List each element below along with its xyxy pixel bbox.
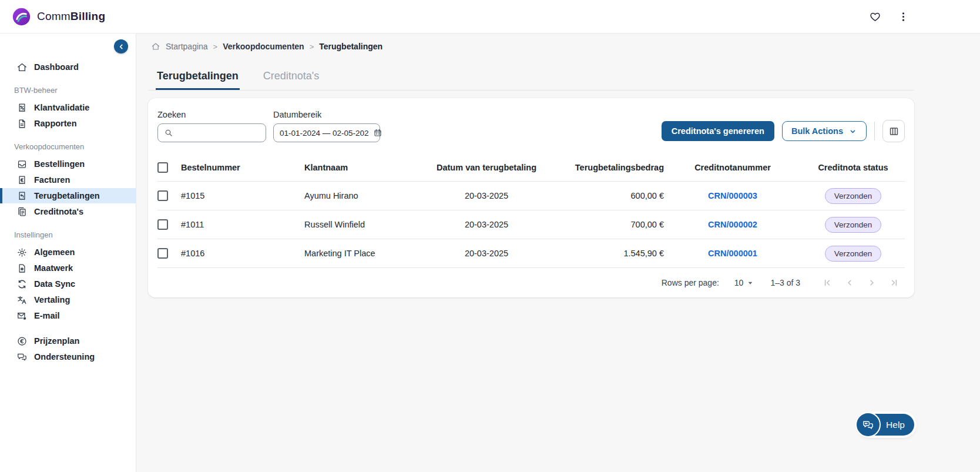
- rows-per-page-select[interactable]: 10: [734, 278, 756, 287]
- search-label: Zoeken: [157, 110, 266, 119]
- sidebar-item-label: Terugbetalingen: [34, 191, 100, 200]
- rows-per-page-label: Rows per page:: [662, 278, 719, 287]
- euro-circle-icon: [16, 336, 28, 347]
- credit-note-link[interactable]: CRN/000003: [708, 191, 757, 200]
- sidebar-item-algemeen[interactable]: Algemeen: [0, 245, 136, 260]
- sidebar-item-label: Algemeen: [34, 247, 75, 257]
- sidebar-item-label: Dashboard: [34, 62, 79, 72]
- inbox-icon: [16, 159, 28, 170]
- help-button[interactable]: Help: [859, 414, 914, 436]
- sidebar-item-maatwerk[interactable]: Maatwerk: [0, 260, 136, 276]
- receipt-euro-icon: [16, 175, 28, 186]
- breadcrumb-item-terugbetalingen[interactable]: Terugbetalingen: [319, 42, 382, 51]
- sidebar-item-label: Maatwerk: [34, 263, 73, 273]
- breadcrumb-separator: >: [310, 42, 314, 51]
- sidebar-group-gap: [0, 324, 136, 333]
- refunds-card: Zoeken Datumbereik 01-01-2024 — 02-05-20…: [148, 98, 914, 297]
- mail-gear-icon: [16, 310, 28, 322]
- sidebar-collapse-button[interactable]: [114, 39, 128, 53]
- sidebar-item-ondersteuning[interactable]: Ondersteuning: [0, 349, 136, 364]
- row-checkbox[interactable]: [157, 248, 168, 259]
- sidebar-item-dashboard[interactable]: Dashboard: [0, 59, 136, 75]
- last-page-icon: [889, 277, 900, 288]
- sidebar-nav: Dashboard BTW-beheer Klantvalidatie Rapp…: [0, 59, 136, 364]
- sidebar-item-terugbetalingen[interactable]: Terugbetalingen: [0, 188, 136, 203]
- order-number-cell: #1016: [181, 249, 304, 258]
- refund-amount-cell: 600,00 €: [552, 191, 664, 200]
- column-header-creditnotanummer: Creditnotanummer: [664, 163, 801, 172]
- select-all-checkbox[interactable]: [157, 162, 168, 173]
- chevron-down-icon: [848, 127, 857, 136]
- sidebar-item-facturen[interactable]: Facturen: [0, 172, 136, 188]
- more-options-kebab-icon[interactable]: [895, 9, 911, 24]
- chat-icon: [16, 352, 28, 363]
- caret-down-icon: [746, 278, 755, 287]
- bulk-actions-button[interactable]: Bulk Actions: [782, 121, 867, 141]
- previous-page-button[interactable]: [843, 276, 857, 290]
- sidebar-item-bestellingen[interactable]: Bestellingen: [0, 156, 136, 172]
- next-page-button[interactable]: [865, 276, 879, 290]
- credit-note-status-badge: Verzonden: [825, 217, 882, 233]
- columns-icon: [888, 126, 900, 137]
- column-header-bestelnummer: Bestelnummer: [181, 163, 304, 172]
- search-text-input[interactable]: [177, 128, 260, 138]
- pagination-bar: Rows per page: 10 1–3 of 3: [157, 268, 905, 297]
- sidebar-item-prijzenplan[interactable]: Prijzenplan: [0, 333, 136, 349]
- sidebar-item-creditnota-s[interactable]: Creditnota's: [0, 204, 136, 219]
- main-content: Startpagina > Verkoopdocumenten > Terugb…: [136, 34, 980, 472]
- credit-note-status-badge: Verzonden: [825, 246, 882, 262]
- last-page-button[interactable]: [887, 276, 901, 290]
- breadcrumb-item-verkoopdocumenten[interactable]: Verkoopdocumenten: [223, 42, 304, 51]
- sidebar-item-data-sync[interactable]: Data Sync: [0, 276, 136, 292]
- receipt-percent-icon: [16, 102, 28, 113]
- brand-name: CommBilling: [37, 10, 105, 23]
- generate-credit-notes-button[interactable]: Creditnota's genereren: [662, 121, 774, 141]
- sidebar-item-rapporten[interactable]: Rapporten: [0, 116, 136, 131]
- sidebar-item-klantvalidatie[interactable]: Klantvalidatie: [0, 100, 136, 115]
- tab-bar: Terugbetalingen Creditnota's: [148, 68, 914, 91]
- credit-note-link[interactable]: CRN/000001: [708, 249, 757, 258]
- sidebar-item-label: Ondersteuning: [34, 352, 95, 361]
- sidebar-item-label: Vertaling: [34, 295, 70, 304]
- brand-logo-group: CommBilling: [12, 7, 105, 26]
- sidebar-section-instellingen: Instellingen: [0, 230, 136, 239]
- sidebar-item-e-mail[interactable]: E-mail: [0, 308, 136, 323]
- breadcrumb: Startpagina > Verkoopdocumenten > Terugb…: [148, 34, 914, 51]
- home-icon: [16, 62, 28, 73]
- search-field-group: Zoeken: [157, 110, 266, 142]
- chevron-left-icon: [117, 42, 126, 51]
- sidebar-item-label: Facturen: [34, 175, 70, 185]
- date-range-field-group: Datumbereik 01-01-2024 — 02-05-202: [273, 110, 380, 142]
- pagination-range-text: 1–3 of 3: [770, 278, 800, 287]
- column-settings-button[interactable]: [882, 120, 905, 142]
- receipt-refund-icon: [16, 190, 28, 202]
- sidebar-item-vertaling[interactable]: Vertaling: [0, 292, 136, 307]
- breadcrumb-item-startpagina[interactable]: Startpagina: [166, 42, 208, 51]
- date-range-label: Datumbereik: [273, 110, 380, 119]
- help-chat-icon: [855, 412, 881, 437]
- row-checkbox[interactable]: [157, 190, 168, 201]
- search-input[interactable]: [157, 123, 266, 142]
- help-label: Help: [886, 420, 905, 430]
- refund-date-cell: 20-03-2025: [421, 191, 552, 200]
- tab-terugbetalingen[interactable]: Terugbetalingen: [156, 68, 240, 90]
- date-range-input[interactable]: 01-01-2024 — 02-05-202: [273, 123, 380, 142]
- toolbar-divider: [874, 122, 875, 140]
- sync-icon: [16, 279, 28, 290]
- credit-note-link[interactable]: CRN/000002: [708, 220, 757, 229]
- gear-icon: [16, 247, 28, 258]
- bulk-actions-label: Bulk Actions: [791, 126, 843, 136]
- customer-name-cell: Marketing IT Place: [304, 249, 421, 258]
- copy-doc-icon: [16, 206, 28, 217]
- search-icon: [164, 128, 173, 138]
- order-number-cell: #1015: [181, 191, 304, 200]
- first-page-button[interactable]: [820, 276, 834, 290]
- favorites-heart-icon[interactable]: [867, 9, 882, 24]
- refund-amount-cell: 700,00 €: [552, 220, 664, 229]
- home-icon: [151, 42, 160, 51]
- file-gear-icon: [16, 263, 28, 274]
- row-checkbox[interactable]: [157, 219, 168, 230]
- column-header-datum: Datum van terugbetaling: [421, 163, 552, 172]
- tab-creditnotas[interactable]: Creditnota's: [262, 68, 320, 90]
- table-row: #1015 Ayumu Hirano 20-03-2025 600,00 € C…: [157, 182, 905, 210]
